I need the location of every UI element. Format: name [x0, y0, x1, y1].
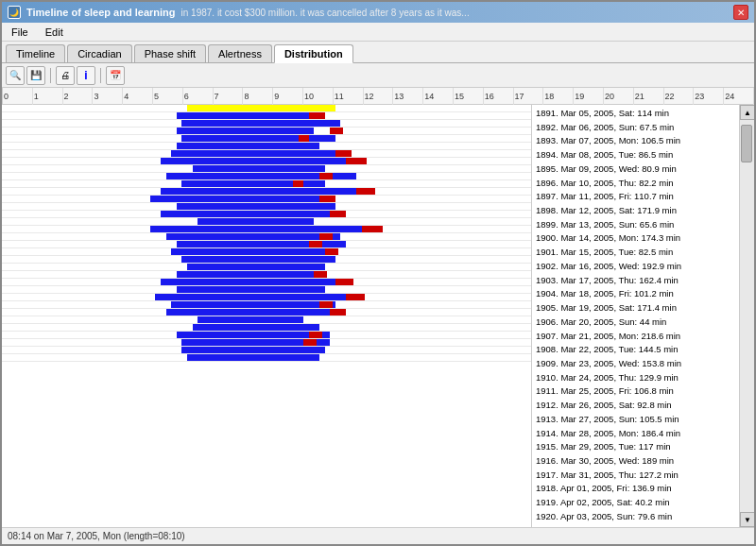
- chart-row[interactable]: [2, 143, 531, 150]
- chart-row[interactable]: [2, 241, 531, 248]
- sleep-block-main: [150, 226, 362, 232]
- scroll-down-btn[interactable]: ▼: [740, 512, 754, 527]
- sleep-block-main: [177, 128, 315, 134]
- chart-row[interactable]: [2, 354, 531, 362]
- hour-label-19: 19: [574, 88, 604, 105]
- sleep-block-main: [161, 279, 352, 285]
- tab-timeline[interactable]: Timeline: [6, 44, 65, 62]
- hour-label-22: 22: [664, 88, 695, 105]
- chart-row[interactable]: [2, 188, 531, 196]
- status-bar: 08:14 on Mar 7, 2005, Mon (length=08:10): [2, 527, 754, 544]
- chart-row[interactable]: [2, 248, 531, 256]
- chart-row[interactable]: [2, 233, 531, 241]
- chart-row[interactable]: [2, 286, 531, 294]
- chart-row[interactable]: [2, 332, 531, 339]
- chart-row[interactable]: [2, 105, 531, 112]
- list-item: 1904. Mar 18, 2005, Fri: 101.2 min: [536, 287, 735, 301]
- chart-row[interactable]: [2, 135, 531, 143]
- toolbar-btn-cal[interactable]: 📅: [106, 66, 125, 85]
- hour-labels: 0123456789101112131415161718192021222324: [2, 88, 754, 105]
- hour-label-4: 4: [123, 88, 153, 105]
- toolbar-btn-info[interactable]: i: [77, 66, 95, 85]
- chart-row[interactable]: [2, 150, 531, 158]
- chart-row[interactable]: [2, 196, 531, 203]
- list-item: 1895. Mar 09, 2005, Wed: 80.9 min: [536, 162, 735, 177]
- chart-row[interactable]: [2, 211, 531, 218]
- sleep-block-main: [155, 294, 351, 300]
- toolbar: 🔍 💾 🖨 i 📅: [2, 63, 754, 88]
- chart-row[interactable]: [2, 279, 531, 286]
- marquee-text: in 1987. it cost $300 million. it was ca…: [181, 8, 470, 18]
- menu-file[interactable]: File: [8, 26, 32, 39]
- sleep-block-nap: [319, 301, 333, 308]
- sleep-block-nap: [330, 128, 343, 134]
- list-item: 1919. Apr 02, 2005, Sat: 40.2 min: [536, 496, 735, 510]
- list-item: 1916. Mar 30, 2005, Wed: 189 min: [536, 454, 735, 469]
- hour-label-15: 15: [454, 88, 484, 105]
- chart-row[interactable]: [2, 339, 531, 347]
- scroll-up-btn[interactable]: ▲: [740, 105, 754, 120]
- list-item: 1913. Mar 27, 2005, Sun: 105.5 min: [536, 413, 735, 427]
- hour-label-11: 11: [334, 88, 364, 105]
- chart-row[interactable]: [2, 120, 531, 128]
- sleep-block-main: [177, 332, 330, 338]
- chart-row[interactable]: [2, 316, 531, 324]
- sleep-block-main: [177, 271, 325, 278]
- main-window: 🌙 Timeline of sleep and learning in 1987…: [0, 0, 756, 546]
- chart-row[interactable]: [2, 128, 531, 135]
- sleep-block-nap: [362, 226, 383, 232]
- tab-distribution[interactable]: Distribution: [274, 44, 353, 63]
- window-title: Timeline of sleep and learning: [26, 7, 176, 18]
- chart-row[interactable]: [2, 165, 531, 173]
- chart-row[interactable]: [2, 180, 531, 188]
- chart-scroll[interactable]: [2, 105, 531, 527]
- scroll-thumb[interactable]: [741, 125, 752, 162]
- chart-row[interactable]: [2, 324, 531, 332]
- chart-row[interactable]: [2, 294, 531, 301]
- sleep-block-main: [161, 188, 362, 195]
- tab-circadian[interactable]: Circadian: [67, 44, 131, 62]
- sleep-block-main: [177, 112, 319, 119]
- sleep-block-main: [181, 256, 335, 263]
- chart-row[interactable]: [2, 309, 531, 316]
- tab-phase-shift[interactable]: Phase shift: [134, 44, 206, 62]
- toolbar-btn-save[interactable]: 💾: [26, 66, 45, 85]
- chart-row[interactable]: [2, 203, 531, 211]
- hour-label-13: 13: [393, 88, 423, 105]
- title-bar: 🌙 Timeline of sleep and learning in 1987…: [2, 2, 754, 23]
- list-item: 1891. Mar 05, 2005, Sat: 114 min: [536, 107, 735, 121]
- sleep-block-nap: [330, 309, 346, 316]
- hour-label-16: 16: [484, 88, 514, 105]
- tab-alertness[interactable]: Alertness: [208, 44, 272, 62]
- chart-row[interactable]: [2, 173, 531, 180]
- list-item: 1902. Mar 16, 2005, Wed: 192.9 min: [536, 260, 735, 274]
- scrollbar[interactable]: ▲ ▼: [739, 105, 754, 527]
- chart-row[interactable]: [2, 226, 531, 233]
- toolbar-btn-print[interactable]: 🖨: [56, 66, 75, 85]
- sleep-block-main: [171, 248, 330, 255]
- chart-row[interactable]: [2, 112, 531, 120]
- hour-label-9: 9: [273, 88, 303, 105]
- chart-row[interactable]: [2, 347, 531, 354]
- chart-row[interactable]: [2, 264, 531, 271]
- chart-row[interactable]: [2, 158, 531, 165]
- sleep-block-main: [181, 135, 335, 142]
- scroll-track[interactable]: [740, 120, 754, 512]
- chart-row[interactable]: [2, 256, 531, 264]
- sleep-block-main: [193, 165, 325, 172]
- sleep-block-main: [177, 203, 335, 210]
- toolbar-btn-zoom[interactable]: 🔍: [6, 66, 25, 85]
- list-item: 1899. Mar 13, 2005, Sun: 65.6 min: [536, 218, 735, 232]
- sleep-block-main: [177, 143, 319, 149]
- list-item: 1914. Mar 28, 2005, Mon: 186.4 min: [536, 427, 735, 441]
- list-item: 1917. Mar 31, 2005, Thu: 127.2 min: [536, 469, 735, 483]
- menu-edit[interactable]: Edit: [42, 26, 67, 39]
- chart-row[interactable]: [2, 271, 531, 279]
- hour-label-7: 7: [214, 88, 244, 105]
- chart-row[interactable]: [2, 301, 531, 309]
- sleep-block-nap: [319, 173, 333, 179]
- hour-label-17: 17: [514, 88, 544, 105]
- chart-row[interactable]: [2, 218, 531, 226]
- list-item: 1910. Mar 24, 2005, Thu: 129.9 min: [536, 371, 735, 385]
- close-button[interactable]: ✕: [733, 5, 748, 20]
